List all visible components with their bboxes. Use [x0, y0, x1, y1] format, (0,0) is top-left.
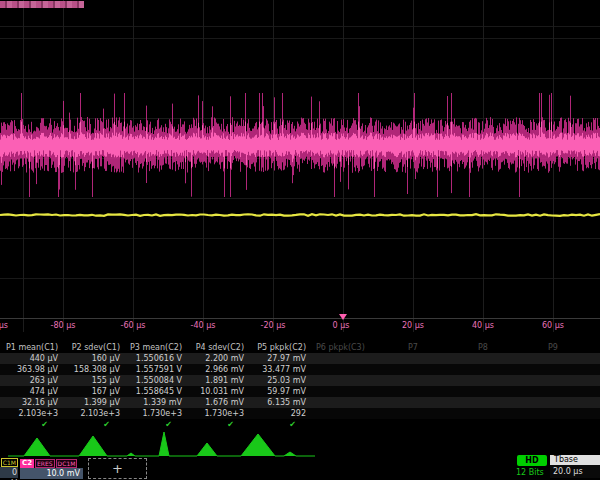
measure-value-cell: 1.550084 V [124, 375, 186, 386]
measure-param-header[interactable]: P5 pkpk(C2) [248, 342, 310, 353]
time-axis-label: -100 µs [0, 321, 8, 330]
measure-value-cell: 2.966 mV [186, 364, 248, 375]
trigger-position-marker[interactable] [339, 314, 347, 320]
plus-icon: + [112, 461, 123, 476]
time-axis-labels: -100 µs-80 µs-60 µs-40 µs-20 µs0 µs20 µs… [0, 321, 600, 331]
c2-coupling-badge: DC1M [56, 459, 78, 468]
measure-param-header-unused[interactable]: P7 [402, 342, 472, 353]
measure-param-header[interactable]: P2 sdev(C1) [62, 342, 124, 353]
system-message-label [0, 1, 84, 8]
timebase-value: 20.0 µs [550, 465, 600, 478]
measure-param-header[interactable]: P3 mean(C2) [124, 342, 186, 353]
c1-coupling-badge: C1M [1, 458, 18, 467]
measure-value-cell: 1.558645 V [124, 386, 186, 397]
c1-vdiv-value: 0 mV [0, 467, 18, 478]
measure-value-cell: 160 µV [62, 353, 124, 364]
time-axis-label: 20 µs [402, 321, 424, 330]
measure-value-cell: 33.477 mV [248, 364, 310, 375]
measure-value-cell: 263 µV [0, 375, 62, 386]
c1-trace [0, 214, 600, 216]
measure-value-cell: 1.891 mV [186, 375, 248, 386]
waveform-area [0, 0, 600, 332]
measure-value-cell: 27.97 mV [248, 353, 310, 364]
timebase-title: Tbase [550, 455, 600, 465]
measure-value-cell: 32.16 µV [0, 397, 62, 408]
oscilloscope-screen: -100 µs-80 µs-60 µs-40 µs-20 µs0 µs20 µs… [0, 0, 600, 480]
measure-param-header-unused[interactable]: P6 pkpk(C3) [310, 342, 402, 353]
measure-value-cell: 158.308 µV [62, 364, 124, 375]
measure-value-cell: 474 µV [0, 386, 62, 397]
measure-value-cell: 1.557591 V [124, 364, 186, 375]
channel-descriptor-c2[interactable]: C2 ERES DC1M 10.0 mV [20, 458, 83, 479]
measure-param-header-unused[interactable]: P9 [542, 342, 600, 353]
histicon-trace [8, 432, 315, 456]
measure-value-cell: 25.03 mV [248, 375, 310, 386]
c2-label-chip: C2 [20, 459, 34, 468]
measure-value-cell: 1.550616 V [124, 353, 186, 364]
measure-value-cell: 2.103e+3 [0, 408, 62, 419]
measure-value-cell: 1.339 mV [124, 397, 186, 408]
measure-value-cell: 155 µV [62, 375, 124, 386]
measure-value-cell: 1.399 µV [62, 397, 124, 408]
timebase-descriptor[interactable]: Tbase 20.0 µs [550, 455, 600, 479]
time-axis-label: -60 µs [121, 321, 146, 330]
time-axis-label: -80 µs [51, 321, 76, 330]
measure-value-cell: 440 µV [0, 353, 62, 364]
measurement-histicon-area [0, 426, 600, 458]
measurement-table: P1 mean(C1)P2 sdev(C1)P3 mean(C2)P4 sdev… [0, 342, 600, 430]
time-axis-label: 60 µs [542, 321, 564, 330]
time-axis-label: -20 µs [261, 321, 286, 330]
time-axis-label: 40 µs [472, 321, 494, 330]
measure-value-cell: 59.97 mV [248, 386, 310, 397]
measure-value-cell: 1.730e+3 [186, 408, 248, 419]
measure-param-header[interactable]: P1 mean(C1) [0, 342, 62, 353]
measure-param-header-unused[interactable]: P8 [472, 342, 542, 353]
measure-value-cell: 2.200 mV [186, 353, 248, 364]
measure-value-cell: 1.676 mV [186, 397, 248, 408]
measure-value-cell: 167 µV [62, 386, 124, 397]
hd-mode-badge[interactable]: HD [517, 455, 547, 466]
measure-value-cell: 10.031 mV [186, 386, 248, 397]
measure-value-cell: 6.135 mV [248, 397, 310, 408]
channel-descriptor-c1[interactable]: C1M 0 mV [0, 458, 18, 479]
measure-value-cell: 363.98 µV [0, 364, 62, 375]
time-axis-label: 0 µs [333, 321, 350, 330]
measure-value-cell: 292 [248, 408, 310, 419]
measure-value-cell: 2.103e+3 [62, 408, 124, 419]
measure-value-cell: 1.730e+3 [124, 408, 186, 419]
hd-bits-label: 12 Bits [516, 468, 544, 477]
c2-vdiv-value: 10.0 mV [20, 468, 83, 479]
measure-param-header[interactable]: P4 sdev(C2) [186, 342, 248, 353]
c2-eres-badge: ERES [35, 459, 55, 468]
add-trace-button[interactable]: + [88, 458, 147, 479]
time-axis-label: -40 µs [191, 321, 216, 330]
